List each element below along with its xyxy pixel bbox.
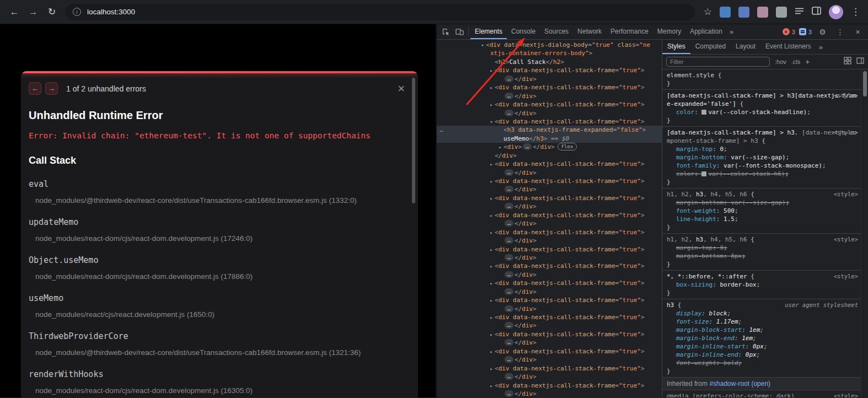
dom-tree-row[interactable]: …</div> [437, 254, 662, 262]
css-property[interactable]: margin-top: 0; [667, 244, 859, 252]
css-property[interactable]: margin-block-start: 1em; [667, 326, 859, 334]
inline-expand-icon[interactable]: … [505, 254, 513, 261]
expand-arrow-icon[interactable]: ▸ [488, 160, 495, 169]
more-tabs-icon[interactable]: » [727, 28, 736, 36]
dom-tree-row[interactable]: …</div> [437, 338, 662, 347]
dom-tree-row[interactable]: ▸<div data-nextjs-call-stack-frame="true… [437, 100, 662, 109]
dom-tree-row[interactable]: …</div> [437, 288, 662, 296]
profile-avatar[interactable] [829, 5, 843, 19]
sidebar-tab-layout[interactable]: Layout [731, 40, 760, 54]
rule-selector[interactable]: *, *::before, *::after { [667, 272, 859, 281]
new-style-rule-button[interactable]: + [805, 57, 810, 66]
rule-selector[interactable]: h1, h2, h3, h4, h5, h6 { [667, 235, 859, 244]
flex-badge[interactable]: flex [558, 143, 577, 150]
dom-tree-row[interactable]: <h2>Call Stack</h2> [437, 58, 662, 66]
sidebar-more-tabs-icon[interactable]: » [816, 43, 826, 51]
settings-gear-icon[interactable]: ⚙ [816, 25, 829, 39]
pseudo-state-toggle[interactable]: :hov [775, 58, 786, 65]
site-info-icon[interactable]: i [73, 8, 81, 16]
dom-tree-row[interactable]: </div> [437, 152, 662, 160]
css-property[interactable]: color: var(--color-stack-headline); [667, 108, 859, 116]
extension-icon-3[interactable] [757, 7, 768, 18]
devtools-tab-memory[interactable]: Memory [653, 24, 685, 39]
dom-tree-row[interactable]: …</div> [437, 373, 662, 381]
dom-tree-row[interactable]: ▸<div data-nextjs-call-stack-frame="true… [437, 313, 662, 321]
css-property[interactable]: color: var(--color-stack-h6); [667, 170, 859, 178]
dom-tree-row[interactable]: useMemo</h3> == $0 [437, 135, 662, 143]
sidebar-tab-computed[interactable]: Computed [690, 40, 731, 54]
dom-tree-row[interactable]: ▾<div data-nextjs-dialog-body="true" cla… [437, 41, 662, 49]
expand-arrow-icon[interactable]: ▸ [488, 297, 495, 305]
devtools-tab-console[interactable]: Console [507, 24, 540, 39]
sidebar-tab-styles[interactable]: Styles [662, 40, 690, 54]
css-property[interactable]: font-family: var(--font-stack-monospace)… [667, 162, 859, 170]
dom-tree-row[interactable]: ▸<div data-nextjs-call-stack-frame="true… [437, 194, 662, 202]
inline-expand-icon[interactable]: … [505, 288, 513, 295]
stylesheet-source-link[interactable]: <style> [834, 235, 858, 244]
stylesheet-source-link[interactable]: <style> [834, 392, 858, 397]
expand-arrow-icon[interactable]: ▸ [488, 348, 495, 356]
dom-tree-row[interactable]: ▾<div data-nextjs-call-stack-frame="true… [437, 117, 662, 126]
css-property[interactable]: margin-block-end: 1em; [667, 334, 859, 342]
dom-tree-row[interactable]: …</div> [437, 109, 662, 117]
stylesheet-source-link[interactable]: <style> [834, 92, 858, 100]
dom-tree-row[interactable]: …</div> [437, 321, 662, 330]
css-property[interactable]: font-size: 1.17em; [667, 318, 859, 326]
dom-tree-row[interactable]: …</div> [437, 356, 662, 364]
inline-expand-icon[interactable]: … [505, 322, 513, 329]
css-property[interactable]: box-sizing: border-box; [667, 281, 859, 289]
console-errors-badge[interactable]: × 3 [783, 28, 795, 35]
dom-tree-row[interactable]: ▸<div data-nextjs-call-stack-frame="true… [437, 330, 662, 338]
grid-icon[interactable] [844, 57, 851, 67]
inline-expand-icon[interactable]: … [523, 143, 532, 150]
dom-tree-row[interactable]: ▸<div data-nextjs-call-stack-frame="true… [437, 262, 662, 270]
rule-selector[interactable]: [data-nextjs-call-stack-frame] > h3[data… [667, 92, 859, 108]
color-swatch[interactable] [701, 110, 706, 115]
dom-tree-row[interactable]: ▸<div data-nextjs-call-stack-frame="true… [437, 296, 662, 304]
css-property[interactable]: line-height: 1.5; [667, 215, 859, 223]
expand-arrow-icon[interactable]: ▸ [488, 365, 495, 373]
expand-arrow-icon[interactable]: ▸ [488, 262, 495, 271]
inline-expand-icon[interactable]: … [505, 305, 513, 312]
expand-arrow-icon[interactable]: ▾ [479, 41, 486, 50]
expand-arrow-icon[interactable]: ▸ [488, 178, 495, 186]
address-bar[interactable]: i localhost:3000 [65, 4, 695, 20]
expand-arrow-icon[interactable]: ▸ [488, 314, 495, 322]
inline-expand-icon[interactable]: … [505, 356, 513, 363]
inline-expand-icon[interactable]: … [505, 169, 513, 176]
rule-selector[interactable]: h1, h2, h3, h4, h5, h6 { [667, 190, 859, 198]
extension-icon-1[interactable] [720, 7, 731, 18]
devtools-tab-sources[interactable]: Sources [540, 24, 573, 39]
forward-button[interactable]: → [24, 3, 42, 21]
inline-expand-icon[interactable]: … [505, 373, 513, 380]
devtools-tab-performance[interactable]: Performance [606, 24, 653, 39]
styles-scrollbar[interactable] [861, 69, 868, 397]
inline-expand-icon[interactable]: … [505, 220, 513, 227]
tab-list-icon[interactable] [795, 7, 804, 17]
node-menu-icon[interactable]: … [440, 126, 443, 134]
reload-button[interactable]: ↻ [43, 3, 61, 21]
expand-arrow-icon[interactable]: ▸ [488, 382, 495, 390]
dom-tree-row[interactable]: xtjs-container-errors-body"> [437, 49, 662, 57]
side-panel-icon[interactable] [812, 7, 821, 17]
dom-tree-row[interactable]: …</div> [437, 390, 662, 397]
dom-tree-row[interactable]: ▸<div data-nextjs-call-stack-frame="true… [437, 245, 662, 254]
rule-selector[interactable]: [data-nextjs-call-stack-frame] > h3, [da… [667, 128, 859, 145]
dom-tree-row[interactable]: …</div> [437, 75, 662, 83]
dom-tree-row[interactable]: ▸<div data-nextjs-call-stack-frame="true… [437, 160, 662, 168]
previous-error-button[interactable]: ← [29, 82, 41, 95]
styles-filter-input[interactable] [666, 57, 770, 67]
css-property[interactable]: display: block; [667, 309, 859, 318]
back-button[interactable]: ← [6, 3, 23, 21]
dom-tree-row[interactable]: …</div> [437, 185, 662, 193]
css-property[interactable]: margin-bottom: var(--size-gap); [667, 153, 859, 162]
expand-arrow-icon[interactable]: ▸ [488, 67, 495, 75]
dom-tree-row[interactable]: ▸<div>…</div>flex [437, 143, 662, 151]
devtools-tab-application[interactable]: Application [685, 24, 727, 39]
css-property[interactable]: margin-inline-end: 0px; [667, 351, 859, 359]
shadow-root-link[interactable]: #shadow-root (open) [709, 380, 770, 388]
issues-badge[interactable]: 3 [799, 28, 812, 35]
devtools-tab-elements[interactable]: Elements [470, 24, 507, 39]
extension-icon-4[interactable] [776, 7, 787, 18]
css-property[interactable]: margin-bottom: var(--size-gap); [667, 198, 859, 207]
